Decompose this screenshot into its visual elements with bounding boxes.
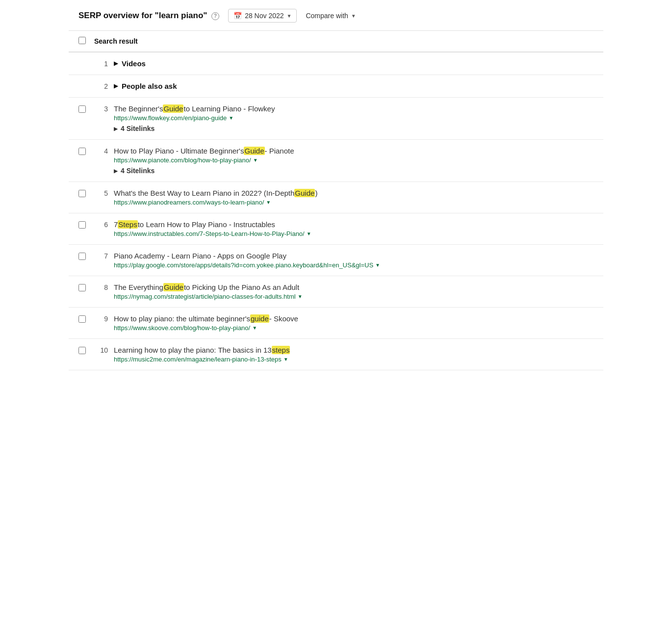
title-text-segment: to Learning Piano - Flowkey [183, 104, 275, 113]
compare-chevron-icon: ▼ [351, 13, 356, 19]
title-text-segment: The Beginner's [114, 104, 163, 113]
result-title[interactable]: The Beginner's Guide to Learning Piano -… [114, 104, 594, 113]
row-select-checkbox[interactable] [78, 315, 86, 323]
url-dropdown-icon[interactable]: ▼ [307, 231, 311, 236]
highlighted-keyword: Guide [244, 147, 264, 155]
table-header: Search result [69, 31, 603, 52]
url-dropdown-icon[interactable]: ▼ [252, 325, 257, 331]
special-row-content[interactable]: ▶ Videos [114, 59, 146, 68]
title-prefix: SERP overview for [78, 11, 155, 20]
result-url-link[interactable]: https://www.pianote.com/blog/how-to-play… [114, 156, 251, 164]
special-row-content[interactable]: ▶ People also ask [114, 82, 177, 90]
date-picker-button[interactable]: 📅 28 Nov 2022 ▼ [228, 9, 297, 23]
result-url: https://www.pianote.com/blog/how-to-play… [114, 156, 594, 164]
serp-row-3: 3 The Beginner's Guide to Learning Piano… [69, 98, 603, 140]
row-content: What's the Best Way to Learn Piano in 20… [114, 189, 594, 206]
result-title[interactable]: What's the Best Way to Learn Piano in 20… [114, 189, 594, 197]
row-checkbox-cell [78, 105, 88, 114]
row-select-checkbox[interactable] [78, 105, 86, 113]
row-content: How to Play Piano - Ultimate Beginner's … [114, 147, 594, 175]
row-number: 9 [94, 314, 108, 323]
row-checkbox-cell [78, 315, 88, 324]
row-content: The Beginner's Guide to Learning Piano -… [114, 104, 594, 132]
row-content: How to play piano: the ultimate beginner… [114, 314, 594, 332]
result-title[interactable]: Piano Academy - Learn Piano - Apps on Go… [114, 252, 594, 260]
row-select-checkbox[interactable] [78, 253, 86, 260]
expand-arrow-icon: ▶ [114, 83, 118, 89]
title-text-segment: The Everything [114, 283, 163, 291]
date-chevron-icon: ▼ [287, 13, 292, 19]
row-number: 7 [94, 252, 108, 260]
row-checkbox-cell [78, 347, 88, 356]
row-select-checkbox[interactable] [78, 221, 86, 229]
title-text-segment: Learning how to play the piano: The basi… [114, 346, 272, 354]
result-url-link[interactable]: https://music2me.com/en/magazine/learn-p… [114, 356, 282, 363]
calendar-icon: 📅 [233, 12, 242, 20]
title-text-segment: to Learn How to Play Piano - Instructabl… [138, 220, 275, 229]
title-text-segment: - Pianote [265, 147, 294, 155]
serp-row-10: 10 Learning how to play the piano: The b… [69, 339, 603, 370]
result-url-link[interactable]: https://www.pianodreamers.com/ways-to-le… [114, 199, 264, 206]
url-dropdown-icon[interactable]: ▼ [253, 157, 258, 163]
row-number: 1 [94, 59, 108, 68]
title-text-segment: How to play piano: the ultimate beginner… [114, 314, 250, 323]
url-dropdown-icon[interactable]: ▼ [298, 294, 303, 299]
column-header-label: Search result [94, 37, 138, 45]
result-title[interactable]: The Everything Guide to Picking Up the P… [114, 283, 594, 291]
title-text-segment: ) [315, 189, 317, 197]
result-url: https://music2me.com/en/magazine/learn-p… [114, 356, 594, 363]
result-title[interactable]: 7 Steps to Learn How to Play Piano - Ins… [114, 220, 594, 229]
url-dropdown-icon[interactable]: ▼ [284, 357, 288, 362]
row-content: Piano Academy - Learn Piano - Apps on Go… [114, 252, 594, 269]
page-title: SERP overview for "learn piano" ? [78, 11, 219, 21]
help-icon[interactable]: ? [211, 12, 219, 20]
result-url: https://play.google.com/store/apps/detai… [114, 261, 594, 269]
result-url-link[interactable]: https://www.instructables.com/7-Steps-to… [114, 230, 305, 237]
sitelinks-arrow-icon: ▶ [114, 168, 118, 174]
title-keyword: "learn piano" [155, 11, 207, 20]
result-title[interactable]: Learning how to play the piano: The basi… [114, 346, 594, 354]
result-url-link[interactable]: https://nymag.com/strategist/article/pia… [114, 293, 296, 300]
date-label: 28 Nov 2022 [245, 12, 284, 20]
row-select-checkbox[interactable] [78, 284, 86, 291]
result-title[interactable]: How to play piano: the ultimate beginner… [114, 314, 594, 323]
highlighted-keyword: Guide [294, 189, 315, 197]
serp-row-9: 9 How to play piano: the ultimate beginn… [69, 308, 603, 339]
compare-button[interactable]: Compare with ▼ [306, 9, 356, 22]
url-dropdown-icon[interactable]: ▼ [229, 115, 233, 121]
highlighted-keyword: steps [272, 346, 290, 354]
title-text-segment: 7 [114, 220, 118, 229]
result-url-link[interactable]: https://play.google.com/store/apps/detai… [114, 261, 373, 269]
row-content: 7 Steps to Learn How to Play Piano - Ins… [114, 220, 594, 237]
serp-results-list: 1 ▶ Videos 2 ▶ People also ask 3 The Beg… [69, 52, 603, 370]
result-url-link[interactable]: https://www.flowkey.com/en/piano-guide [114, 114, 227, 122]
special-row-label: People also ask [122, 82, 177, 90]
row-number: 10 [94, 346, 108, 354]
url-dropdown-icon[interactable]: ▼ [375, 262, 380, 268]
result-url-link[interactable]: https://www.skoove.com/blog/how-to-play-… [114, 324, 250, 332]
sitelinks-toggle[interactable]: ▶ 4 Sitelinks [114, 125, 594, 132]
row-checkbox-cell [78, 253, 88, 261]
title-text-segment: How to Play Piano - Ultimate Beginner's [114, 147, 244, 155]
row-select-checkbox[interactable] [78, 148, 86, 155]
title-text-segment: What's the Best Way to Learn Piano in 20… [114, 189, 294, 197]
result-title[interactable]: How to Play Piano - Ultimate Beginner's … [114, 147, 594, 155]
row-number: 8 [94, 283, 108, 291]
row-number: 4 [94, 147, 108, 155]
row-checkbox-cell [78, 221, 88, 230]
result-url: https://www.instructables.com/7-Steps-to… [114, 230, 594, 237]
serp-row-5: 5 What's the Best Way to Learn Piano in … [69, 182, 603, 213]
title-text-segment: Piano Academy - Learn Piano - Apps on Go… [114, 252, 286, 260]
highlighted-keyword: Guide [163, 104, 183, 113]
row-select-checkbox[interactable] [78, 347, 86, 354]
row-number: 2 [94, 82, 108, 90]
select-all-checkbox[interactable] [78, 37, 86, 44]
title-text-segment: to Picking Up the Piano As an Adult [184, 283, 299, 291]
sitelinks-toggle[interactable]: ▶ 4 Sitelinks [114, 167, 594, 175]
row-checkbox-cell [78, 190, 88, 199]
url-dropdown-icon[interactable]: ▼ [266, 200, 271, 205]
serp-row-7: 7 Piano Academy - Learn Piano - Apps on … [69, 245, 603, 276]
serp-row-4: 4 How to Play Piano - Ultimate Beginner'… [69, 140, 603, 182]
row-select-checkbox[interactable] [78, 190, 86, 197]
special-row-2: 2 ▶ People also ask [69, 75, 603, 98]
